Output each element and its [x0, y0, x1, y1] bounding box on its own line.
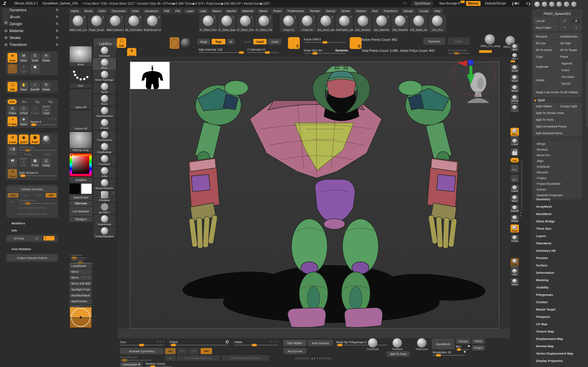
tool-section-vector-displacement-map[interactable]: Vector Displacement Map [531, 350, 588, 357]
menu-item-brush[interactable]: Brush [82, 8, 95, 13]
menu-item-zscript[interactable]: Zscript [417, 8, 431, 13]
quicksave-button[interactable]: QuickSave [412, 1, 433, 6]
dock-brush-spiral[interactable]: Spiral [93, 82, 116, 94]
menu-item-file[interactable]: File [173, 8, 182, 13]
tool-section-unified-skin[interactable]: Unified Skin [531, 364, 588, 367]
menu-item-tool[interactable]: Tool [370, 8, 380, 13]
activate-symmetry-button-bottom[interactable]: Activate Symmetry [120, 348, 163, 354]
dock-brush-move[interactable]: Move [93, 58, 116, 70]
radial-count-slider[interactable]: RadialCount [19, 199, 57, 204]
subtool-action-bevel-pro[interactable]: Bevel Pro [534, 153, 581, 158]
right-shelf-l-sym[interactable]: dynamic L.Sym [510, 138, 519, 146]
split-btn-split-to-parts[interactable]: Split To Parts [534, 117, 581, 122]
subtool-sphere-icon[interactable] [564, 2, 569, 7]
menu-item-document[interactable]: Document [110, 8, 128, 13]
tool-section-geometry-hd[interactable]: Geometry HD [531, 247, 588, 254]
symmetry-z-button[interactable]: >Z< [33, 193, 44, 198]
right-shelf-scroll[interactable]: Scroll [510, 64, 519, 72]
color-picker-cursor[interactable] [70, 154, 72, 156]
append-button[interactable]: Append [559, 60, 581, 66]
menu-item-texture[interactable]: Texture [354, 8, 368, 13]
subtool-action-merge[interactable]: Merge [534, 141, 581, 146]
active-subtool-item[interactable]: PM3D_Sphere3D1 [534, 11, 581, 17]
focal-falloff-widget[interactable] [69, 307, 92, 328]
activate-symmetry-button[interactable]: Activate Symmetry [8, 186, 57, 192]
tool-section-displacement-map[interactable]: Displacement Map [531, 335, 588, 342]
symmetry-y-button[interactable]: >Y< [20, 193, 31, 198]
right-shelf-persp[interactable]: dynamic Persp [510, 104, 519, 112]
tool-section-display-properties[interactable]: Display Properties [531, 357, 588, 364]
color-picker[interactable] [69, 153, 92, 176]
box-preview-button[interactable]: ⬒ [8, 158, 17, 167]
secondary-color-swatch[interactable] [81, 184, 92, 194]
tray-rotate-canvas-button[interactable]: ↻Rotate [41, 82, 51, 92]
brush-vf-stitch-cross[interactable]: 1 vF_Stitch_Cross [236, 14, 254, 32]
project-button[interactable]: Project [472, 345, 485, 350]
palette-refresh-icon[interactable]: ↻ [53, 35, 61, 40]
subtool-sphere-icon[interactable] [571, 2, 577, 7]
xpose-xyz-glyphs[interactable]: X Y Z [30, 118, 57, 120]
rgb-intensity-slider[interactable]: Rgb Intensity 100 [199, 48, 244, 53]
redo-arrow-icon[interactable]: ↷ [560, 25, 570, 30]
i-button[interactable]: I [43, 236, 54, 241]
invdir-button[interactable]: InvDir [38, 152, 57, 157]
tool-section-preview[interactable]: Preview [531, 254, 588, 261]
tool-section-nanomesh[interactable]: NanoMesh [531, 210, 588, 217]
zadd-button[interactable]: Zadd [253, 39, 267, 44]
subtool-action-extract[interactable]: Extract [534, 187, 581, 192]
subtool-sphere-icon[interactable] [535, 2, 540, 7]
brush-vf-stitch-fell[interactable]: 1 vF_Stitch_Fell [255, 14, 273, 32]
current-material-icon[interactable] [181, 38, 191, 49]
dynamic-button[interactable]: Dynamic [424, 38, 445, 45]
dock-brush-pinch[interactable]: Pinch [93, 94, 116, 106]
draw-size-dynamic-icon[interactable]: D [350, 37, 362, 49]
list-all-button[interactable]: List All [534, 18, 558, 24]
set-pivot-button[interactable]: ⊹S.Pivot [19, 106, 29, 115]
focal-shift-slider[interactable]: Focal Shift 0 [304, 38, 346, 43]
right-shelf-transp[interactable]: Transp [510, 234, 519, 242]
point-selection-button[interactable]: ▦Pt Sel [30, 158, 40, 167]
zsub-button[interactable]: Zsub [268, 39, 281, 44]
split-btn-split-unmasked-points[interactable]: Split Unmasked Points [534, 123, 581, 129]
palette-material[interactable]: ⚙ Material ↻ [0, 27, 61, 34]
canvas-tab-strip[interactable] [131, 62, 498, 67]
tray-divider[interactable]: ▲▼ [295, 357, 331, 360]
spotlight-reference-thumbnail[interactable] [130, 62, 170, 89]
zbgs-fur-sculpt-brush[interactable]: ZBGs_Fur_sculp [480, 34, 499, 48]
dock-large-matcap-gray[interactable]: MatCap Gray [69, 132, 92, 152]
zcut-button[interactable]: Zcut [244, 40, 250, 43]
menu-item-stroke[interactable]: Stroke [339, 8, 352, 13]
menu-item-help[interactable]: Help [432, 8, 443, 13]
stroke-btn-mirror[interactable]: Mirror [69, 269, 92, 274]
lazyradius-slider[interactable]: LazyRadius [70, 258, 93, 264]
palette-refresh-icon[interactable]: ↻ [53, 42, 61, 47]
dock-brush-moveinfinitede[interactable]: MoveInfiniteDe [93, 178, 116, 190]
tray-edit-button[interactable]: ⬚Edit [8, 82, 17, 92]
frame-button[interactable]: ⊡Frame [8, 106, 17, 115]
menu-item-light[interactable]: Light [198, 8, 209, 13]
dock-large-dots[interactable]: Dots [69, 67, 92, 88]
del-all-button[interactable]: Del All [559, 81, 581, 86]
right-shelf-bpr[interactable]: BPR [510, 43, 519, 51]
radial-symmetry-button[interactable]: (R) [8, 199, 18, 204]
brush-orb-slash01[interactable]: Orb_Slash01 [354, 14, 372, 32]
brush-orb-insert-stitc[interactable]: ? Orb_insert_stitc [317, 14, 335, 32]
switch-color-button[interactable]: SwitchColor [69, 195, 92, 200]
use-posable-symmetry-button[interactable]: Use Posable Symmetry [8, 205, 57, 210]
tool-section-surface[interactable]: Surface [531, 261, 588, 269]
menu-item-edit[interactable]: Edit [162, 8, 172, 13]
right-shelf-solo[interactable]: dynamic Solo [510, 268, 519, 276]
tray-edit-object-button[interactable]: ⬆Edit [19, 64, 29, 74]
edit-mode-button[interactable]: ⬚Edit [117, 38, 126, 48]
dock-brush-cg-cloth-1[interactable]: cg-cloth-1 [93, 203, 116, 214]
split-to-parts-button[interactable]: Split To Parts [387, 351, 410, 357]
local-symmetry-button[interactable]: Dynamic↔L.Sym [41, 106, 51, 115]
tool-section-texture-map[interactable]: Texture Map [531, 328, 588, 335]
dock-brush-standard[interactable]: Standard [93, 46, 116, 58]
dynamesh-button[interactable]: DynaMesh [432, 339, 454, 349]
right-shelf-rotate-y[interactable] [510, 164, 519, 173]
right-shelf-zoom[interactable]: Zoom [510, 74, 519, 83]
menu-item-draw[interactable]: Draw [130, 8, 141, 13]
tool-section-layers[interactable]: Layers [531, 232, 588, 240]
tray-brush-ghost-button[interactable]: ◔ [8, 64, 17, 74]
